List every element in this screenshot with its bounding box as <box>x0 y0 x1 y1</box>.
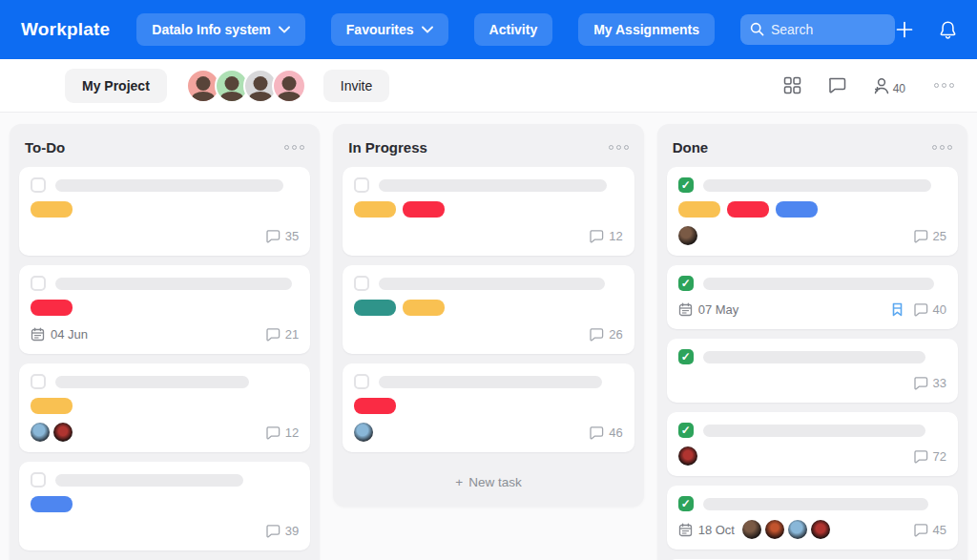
tag-yellow[interactable] <box>31 201 73 218</box>
search-box <box>740 14 895 45</box>
calendar-icon <box>678 523 693 537</box>
task-checkbox[interactable] <box>31 374 46 389</box>
chevron-down-icon <box>422 26 433 33</box>
column-menu-ellipsis-icon[interactable] <box>606 145 629 150</box>
new-task-button[interactable]: + New task <box>333 462 643 497</box>
tag-yellow[interactable] <box>31 398 73 414</box>
board-view-button[interactable] <box>783 76 801 94</box>
members-count-button[interactable]: 40 <box>872 76 905 95</box>
assignee-avatars <box>678 226 697 245</box>
task-checkbox[interactable] <box>678 423 694 438</box>
comment-icon <box>265 425 281 440</box>
add-button[interactable] <box>895 20 914 39</box>
task-card[interactable]: 72 <box>667 412 958 476</box>
comment-count-badge: 26 <box>589 327 622 342</box>
workspace-selector[interactable]: Datalo Info system <box>136 13 304 46</box>
member-avatar[interactable] <box>272 69 306 103</box>
chat-bubble-icon <box>827 76 846 94</box>
comment-count-badge: 12 <box>265 425 299 440</box>
favourites-button[interactable]: Favourites <box>331 13 448 46</box>
comment-icon <box>589 327 604 342</box>
task-checkbox[interactable] <box>678 177 694 193</box>
comment-count-badge: 72 <box>913 449 946 464</box>
plus-icon <box>895 20 914 39</box>
task-card[interactable]: 46 <box>343 363 634 452</box>
comment-count-badge: 33 <box>913 376 946 390</box>
tag-red[interactable] <box>31 300 73 316</box>
task-card[interactable]: 33 <box>667 339 958 403</box>
task-checkbox[interactable] <box>31 177 46 193</box>
invite-button[interactable]: Invite <box>323 70 389 102</box>
comment-icon <box>265 327 281 342</box>
notifications-button[interactable] <box>939 20 957 40</box>
top-navigation-bar: Workplate Datalo Info system Favourites … <box>0 0 977 59</box>
activity-button[interactable]: Activity <box>474 13 553 46</box>
search-icon <box>750 22 764 36</box>
tag-blue[interactable] <box>31 496 73 512</box>
tag-red[interactable] <box>354 398 396 414</box>
bookmark-icon <box>891 302 904 317</box>
tag-yellow[interactable] <box>678 201 720 218</box>
task-checkbox[interactable] <box>31 472 46 487</box>
comment-icon <box>589 425 604 440</box>
task-card[interactable]: 35 <box>19 167 310 256</box>
column-menu-ellipsis-icon[interactable] <box>929 145 952 150</box>
workspace-selector-label: Datalo Info system <box>152 22 270 37</box>
task-title-placeholder <box>55 474 243 487</box>
task-card[interactable]: 18 Oct 45 <box>667 486 958 550</box>
tag-teal[interactable] <box>354 300 396 316</box>
task-card[interactable]: 25 <box>667 167 958 256</box>
column-menu-ellipsis-icon[interactable] <box>281 145 304 150</box>
my-assignments-label: My Assignments <box>593 22 699 37</box>
tag-list <box>354 300 622 316</box>
due-date-text: 18 Oct <box>698 523 735 537</box>
project-name-button[interactable]: My Project <box>65 69 167 103</box>
assignee-avatar <box>678 226 697 245</box>
task-card[interactable]: 12 <box>19 363 310 452</box>
task-card[interactable]: 07 May 40 <box>667 265 958 329</box>
comment-count-badge: 21 <box>265 327 299 342</box>
task-checkbox[interactable] <box>354 374 369 389</box>
comment-count-badge: 39 <box>265 524 299 538</box>
comment-count: 21 <box>285 327 299 342</box>
chevron-down-icon <box>279 26 290 33</box>
tag-blue[interactable] <box>776 201 818 218</box>
calendar-icon <box>31 327 45 342</box>
task-checkbox[interactable] <box>678 349 694 364</box>
calendar-icon <box>678 302 693 317</box>
task-title-placeholder <box>703 498 928 510</box>
task-card[interactable]: 04 Jun 21 <box>19 265 310 354</box>
task-checkbox[interactable] <box>678 276 694 291</box>
column-body: 35 04 Jun 21 <box>10 167 320 560</box>
toolbar-more-ellipsis-icon[interactable] <box>931 83 954 88</box>
comment-icon <box>913 523 928 537</box>
task-checkbox[interactable] <box>31 276 46 291</box>
due-date-text: 07 May <box>698 302 739 317</box>
task-card[interactable]: 26 <box>343 265 634 354</box>
comments-button[interactable] <box>827 76 846 94</box>
comment-count: 12 <box>285 425 299 440</box>
tag-red[interactable] <box>403 201 445 218</box>
task-card[interactable]: 39 <box>19 462 310 550</box>
due-date: 18 Oct <box>678 523 735 537</box>
task-checkbox[interactable] <box>678 496 694 511</box>
tag-yellow[interactable] <box>403 300 445 316</box>
column-body: 25 07 May 40 <box>657 167 967 560</box>
comment-icon <box>265 229 281 243</box>
task-card[interactable]: 12 <box>343 167 634 256</box>
column-title: Done <box>673 139 709 156</box>
tag-red[interactable] <box>727 201 769 218</box>
task-checkbox[interactable] <box>354 177 369 193</box>
assignee-avatar <box>31 423 50 442</box>
board-column: Done 25 <box>657 124 967 560</box>
comment-count: 25 <box>933 229 946 243</box>
member-avatar-group <box>186 69 306 103</box>
project-name-label: My Project <box>82 78 150 93</box>
tag-list <box>31 496 299 512</box>
tag-list <box>354 201 622 218</box>
task-checkbox[interactable] <box>354 276 369 291</box>
assignee-avatar <box>811 520 830 539</box>
my-assignments-button[interactable]: My Assignments <box>578 13 715 46</box>
tag-yellow[interactable] <box>354 201 396 218</box>
favourites-label: Favourites <box>346 22 414 37</box>
